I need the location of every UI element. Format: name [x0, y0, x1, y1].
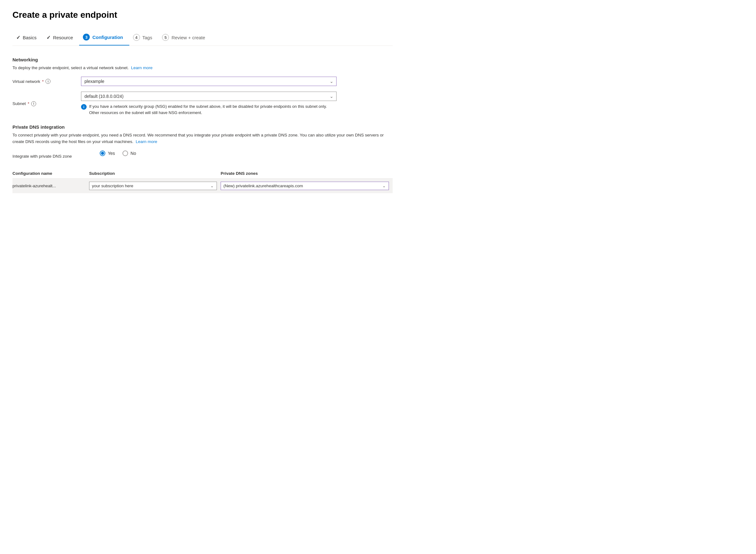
integrate-dns-radio-group: Yes No: [100, 151, 136, 156]
wizard-steps: ✓ Basics ✓ Resource 3 Configuration 4 Ta…: [12, 30, 393, 46]
step-basics[interactable]: ✓ Basics: [12, 31, 43, 45]
dns-table: Configuration name Subscription Private …: [12, 169, 393, 193]
virtual-network-dropdown[interactable]: plexample: [81, 77, 336, 86]
step-configuration[interactable]: 3 Configuration: [79, 30, 129, 46]
nsg-info-icon: i: [81, 104, 87, 110]
subnet-control: default (10.8.0.0/24) ⌄ i If you have a …: [81, 92, 336, 116]
dns-description: To connect privately with your private e…: [12, 132, 393, 145]
networking-description: To deploy the private endpoint, select a…: [12, 65, 393, 71]
networking-section: Networking To deploy the private endpoin…: [12, 57, 393, 116]
check-icon-resource: ✓: [46, 35, 51, 41]
col-config-name: Configuration name: [12, 169, 89, 178]
dns-zone-cell: (New) privatelink.azurehealthcareapis.co…: [221, 178, 393, 193]
networking-title: Networking: [12, 57, 393, 62]
subnet-field: Subnet * i default (10.8.0.0/24) ⌄ i If …: [12, 92, 393, 116]
subscription-dropdown[interactable]: your subscription here: [89, 182, 217, 190]
col-dns-zones: Private DNS zones: [221, 169, 393, 178]
subnet-dropdown[interactable]: default (10.8.0.0/24): [81, 92, 336, 101]
radio-no-option[interactable]: No: [122, 151, 136, 156]
dns-learn-more[interactable]: Learn more: [136, 139, 157, 144]
nsg-info-text: If you have a network security group (NS…: [89, 103, 336, 116]
virtual-network-control: plexample ⌄: [81, 77, 336, 86]
virtual-network-dropdown-wrapper: plexample ⌄: [81, 77, 336, 86]
dns-table-header: Configuration name Subscription Private …: [12, 169, 393, 178]
radio-yes-option[interactable]: Yes: [100, 151, 115, 156]
subnet-label: Subnet * i: [12, 101, 75, 106]
dns-zone-dropdown[interactable]: (New) privatelink.azurehealthcareapis.co…: [221, 182, 389, 190]
step-number-tags: 4: [133, 34, 140, 41]
required-star-vnet: *: [42, 79, 44, 84]
info-icon-subnet[interactable]: i: [31, 101, 36, 106]
step-configuration-label: Configuration: [92, 35, 123, 40]
dns-title: Private DNS integration: [12, 124, 393, 130]
subscription-cell: your subscription here ⌄: [89, 178, 221, 193]
step-number-review: 5: [162, 34, 169, 41]
check-icon-basics: ✓: [16, 35, 20, 41]
step-tags[interactable]: 4 Tags: [129, 30, 159, 45]
dns-table-body: privatelink-azurehealt... your subscript…: [12, 178, 393, 193]
networking-learn-more[interactable]: Learn more: [131, 65, 153, 70]
virtual-network-label: Virtual network * i: [12, 79, 75, 84]
subnet-dropdown-wrapper: default (10.8.0.0/24) ⌄: [81, 92, 336, 101]
dns-section: Private DNS integration To connect priva…: [12, 124, 393, 193]
required-star-subnet: *: [28, 101, 29, 106]
radio-no-input[interactable]: [122, 151, 128, 156]
integrate-dns-field: Integrate with private DNS zone Yes No: [12, 151, 393, 162]
nsg-info-box: i If you have a network security group (…: [81, 103, 336, 116]
step-number-configuration: 3: [83, 34, 90, 41]
step-resource-label: Resource: [53, 35, 73, 40]
page-title: Create a private endpoint: [12, 10, 393, 20]
step-review-label: Review + create: [171, 35, 205, 40]
config-name-cell: privatelink-azurehealt...: [12, 178, 89, 193]
virtual-network-field: Virtual network * i plexample ⌄: [12, 77, 393, 86]
radio-yes-label: Yes: [108, 151, 115, 156]
info-icon-vnet[interactable]: i: [46, 79, 51, 84]
radio-yes-input[interactable]: [100, 151, 105, 156]
subscription-dropdown-wrapper: your subscription here ⌄: [89, 182, 217, 190]
col-subscription: Subscription: [89, 169, 221, 178]
radio-no-label: No: [130, 151, 136, 156]
step-review[interactable]: 5 Review + create: [158, 30, 211, 45]
step-tags-label: Tags: [143, 35, 152, 40]
step-resource[interactable]: ✓ Resource: [43, 31, 79, 45]
table-row: privatelink-azurehealt... your subscript…: [12, 178, 393, 193]
config-name-value: privatelink-azurehealt...: [12, 183, 56, 188]
step-basics-label: Basics: [23, 35, 37, 40]
integrate-dns-label: Integrate with private DNS zone: [12, 154, 94, 159]
dns-zone-dropdown-wrapper: (New) privatelink.azurehealthcareapis.co…: [221, 182, 389, 190]
